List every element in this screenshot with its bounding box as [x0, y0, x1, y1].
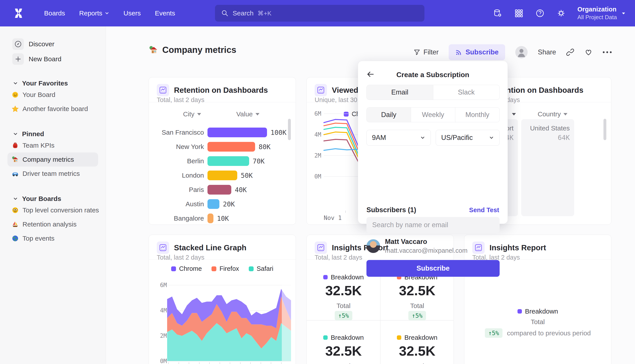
sidebar-item-discover[interactable]: Discover — [0, 38, 106, 50]
x-axis-tick — [345, 211, 346, 213]
sidebar-item-your-board[interactable]: Your Board — [0, 88, 106, 102]
nav-users[interactable]: Users — [124, 10, 141, 17]
globe-icon — [12, 235, 19, 242]
sidebar-item-label: Top events — [23, 235, 55, 242]
tab-daily[interactable]: Daily — [367, 108, 411, 122]
timezone-select[interactable]: US/Pacific — [436, 130, 500, 146]
sidebar-section-your-favorites[interactable]: Your Favorites — [0, 79, 106, 88]
bar-category: London — [149, 172, 204, 179]
nav-boards[interactable]: Boards — [44, 10, 65, 17]
table-row[interactable]: Berlin70K — [149, 156, 296, 166]
nav-events[interactable]: Events — [155, 10, 175, 17]
bar-value: 20K — [223, 200, 235, 208]
metric-cell[interactable]: Breakdown 32.5K Total ↑5% — [380, 320, 454, 364]
report-chart-icon — [157, 242, 169, 254]
bar[interactable] — [208, 214, 213, 223]
house-icon — [149, 45, 158, 55]
sidebar-item-label: Driver team metrics — [23, 170, 80, 177]
x-axis-tick — [220, 362, 220, 364]
sidebar-item-driver-team-metrics[interactable]: Driver team metrics — [0, 166, 106, 181]
column-header-country[interactable]: Country — [537, 110, 567, 118]
filter-button[interactable]: Filter — [414, 48, 438, 56]
x-axis-tick — [250, 362, 251, 364]
subscriber-search-input[interactable]: Search by name or email — [366, 217, 500, 233]
star-icon — [12, 105, 19, 112]
sidebar-item-retention-analysis[interactable]: Retention analysis — [0, 217, 106, 231]
bar-category: Paris — [149, 186, 204, 194]
sidebar-item-new-board[interactable]: New Board — [0, 53, 106, 65]
nav-reports[interactable]: Reports — [79, 10, 109, 17]
table-row[interactable]: New York80K — [149, 142, 296, 152]
sidebar-item-top-level-conversion-rates[interactable]: Top level conversion rates — [0, 203, 106, 217]
bar[interactable] — [208, 128, 267, 137]
mixpanel-logo-icon[interactable] — [12, 7, 25, 20]
global-search-input[interactable]: Search ⌘+K — [215, 5, 424, 22]
table-row[interactable]: San Francisco100K — [149, 128, 296, 137]
card-title[interactable]: Stacked Line Graph — [174, 243, 247, 252]
help-icon[interactable] — [535, 8, 545, 18]
x-axis-tick — [230, 362, 230, 364]
frequency-tabs: Daily Weekly Monthly — [366, 107, 500, 122]
card-title[interactable]: Retention on Dashboards — [174, 86, 268, 94]
card-subtitle: Total, last 2 days — [157, 96, 204, 104]
tab-monthly[interactable]: Monthly — [455, 108, 499, 122]
tab-slack[interactable]: Slack — [433, 85, 500, 100]
report-chart-icon — [315, 84, 327, 96]
subscriber-name: Matt Vaccaro — [385, 238, 467, 246]
metric-cell[interactable]: Breakdown 32.5K Total ↑5% — [307, 320, 380, 364]
sidebar-section-your-boards[interactable]: Your Boards — [0, 194, 106, 203]
sidebar-item-top-events[interactable]: Top events — [0, 231, 106, 246]
sidebar-item-label: Discover — [29, 40, 55, 48]
share-button[interactable]: Share — [538, 48, 556, 56]
subscribe-button[interactable]: Subscribe — [449, 44, 505, 60]
table-row[interactable]: London50K — [149, 170, 296, 180]
scrollbar-thumb[interactable] — [288, 119, 291, 140]
column-header-hidden[interactable]: • — [507, 110, 516, 118]
table-row[interactable]: Bangalore10K — [149, 214, 296, 223]
sidebar-item-company-metrics[interactable]: Company metrics — [8, 152, 98, 166]
column-header-value[interactable]: Value — [236, 110, 260, 118]
sidebar-item-team-kpis[interactable]: Team KPIs — [0, 138, 106, 152]
org-project-switcher[interactable]: Organization All Project Data — [577, 6, 626, 21]
subscriber-row[interactable]: Matt Vaccaro matt.vaccaro@mixpanel.com — [366, 238, 467, 254]
tab-email[interactable]: Email — [367, 85, 433, 100]
bar[interactable] — [208, 199, 219, 209]
bar[interactable] — [208, 185, 231, 194]
compass-icon — [14, 40, 22, 48]
rss-subscribe-icon — [455, 49, 462, 56]
total-label: Total — [464, 318, 611, 326]
scrollbar-thumb[interactable] — [603, 119, 606, 140]
table-row[interactable]: Austin20K — [149, 199, 296, 209]
more-options-button[interactable] — [603, 51, 612, 53]
sidebar-item-another-favorite-board[interactable]: Another favorite board — [0, 102, 106, 116]
send-test-link[interactable]: Send Test — [469, 206, 499, 214]
top-nav-bar: Boards Reports Users Events Search ⌘+K — [0, 0, 635, 26]
settings-gear-icon[interactable] — [556, 8, 566, 18]
apps-grid-icon[interactable] — [514, 8, 524, 18]
copy-link-icon[interactable] — [566, 48, 574, 56]
report-chart-icon — [157, 84, 169, 96]
favorite-heart-icon[interactable] — [584, 48, 593, 56]
sidebar-item-label: Team KPIs — [23, 142, 55, 149]
table-row[interactable]: Paris40K — [149, 185, 296, 194]
board-title: Company metrics — [149, 45, 236, 55]
tab-weekly[interactable]: Weekly — [411, 108, 455, 122]
sailboat-icon — [12, 220, 19, 228]
modal-subscribe-button[interactable]: Subscribe — [366, 260, 500, 277]
time-select[interactable]: 9AM — [366, 130, 431, 146]
bar[interactable] — [208, 170, 237, 180]
sidebar-section-pinned[interactable]: Pinned — [0, 130, 106, 138]
subscriber-email: matt.vaccaro@mixpanel.com — [385, 247, 467, 254]
column-header-city[interactable]: City — [183, 110, 201, 118]
country-panel[interactable]: United States 64K — [521, 119, 574, 216]
sidebar-item-label: New Board — [29, 55, 61, 63]
bar[interactable] — [208, 156, 249, 166]
data-management-icon[interactable] — [493, 8, 502, 18]
card-title[interactable]: Insights Report — [489, 243, 546, 252]
channel-tabs: Email Slack — [366, 85, 500, 100]
bar-category: Bangalore — [149, 214, 204, 222]
bar[interactable] — [208, 142, 255, 152]
bar-category: Austin — [149, 200, 204, 208]
avatar[interactable] — [515, 46, 528, 58]
stacked-area-chart — [161, 271, 292, 364]
